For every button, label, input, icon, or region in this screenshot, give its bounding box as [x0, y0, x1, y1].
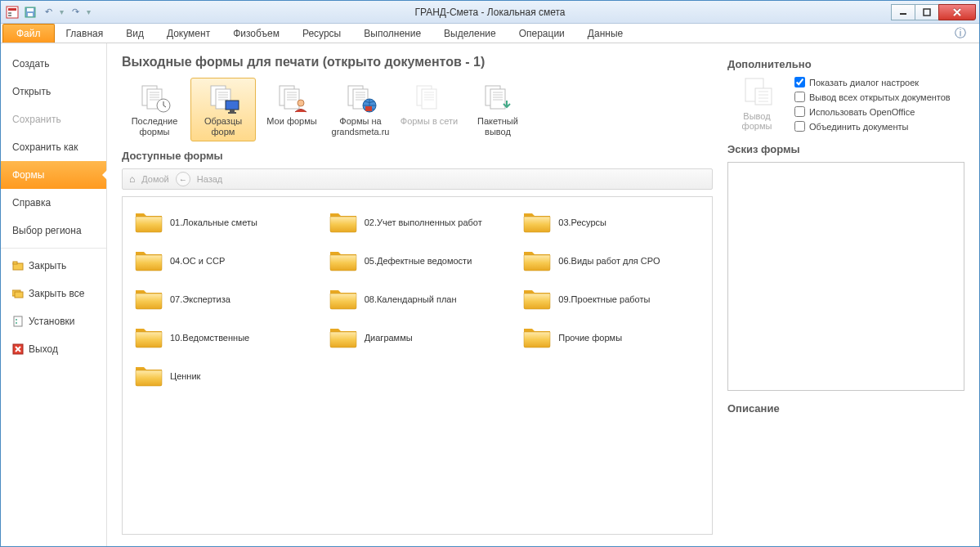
- svg-rect-13: [14, 316, 22, 326]
- user-icon: [275, 83, 308, 113]
- tab-Вид[interactable]: Вид: [114, 25, 155, 43]
- monitor-icon: [207, 83, 239, 113]
- close-button[interactable]: [938, 4, 976, 20]
- source-card-0[interactable]: Последние формы: [122, 78, 187, 141]
- available-forms-title: Доступные формы: [122, 150, 713, 162]
- folder-icon: [522, 324, 552, 351]
- undo-icon[interactable]: ↶: [42, 6, 55, 19]
- folder-icon: [522, 285, 552, 312]
- sidebar-item-7[interactable]: Закрыть: [1, 252, 106, 280]
- tab-Операции[interactable]: Операции: [508, 25, 576, 43]
- folder-item[interactable]: Прочие формы: [519, 321, 704, 354]
- option-check-2[interactable]: Использовать OpenOffice: [794, 106, 951, 117]
- folder-item[interactable]: 03.Ресурсы: [519, 205, 704, 239]
- folder-item[interactable]: 02.Учет выполненных работ: [325, 205, 510, 239]
- sidebar-item-2: Сохранить: [1, 105, 106, 133]
- checkbox[interactable]: [794, 92, 805, 102]
- tab-file[interactable]: Файл: [2, 24, 55, 43]
- svg-rect-2: [8, 12, 11, 14]
- folder-item[interactable]: 08.Календарный план: [325, 282, 510, 316]
- breadcrumb-home[interactable]: Домой: [141, 174, 169, 184]
- folder-item[interactable]: 06.Виды работ для СРО: [519, 244, 704, 277]
- folder-icon: [522, 247, 552, 274]
- extra-title: Дополнительно: [727, 58, 964, 70]
- folder-icon: [522, 208, 552, 235]
- center-panel: Выходные формы для печати (открыто докум…: [122, 55, 713, 535]
- page-title: Выходные формы для печати (открыто докум…: [122, 55, 713, 69]
- option-check-3[interactable]: Объединить документы: [794, 121, 951, 132]
- folder-item[interactable]: Ценник: [131, 359, 315, 392]
- folder-item[interactable]: 04.ОС и ССР: [131, 244, 315, 277]
- qat-dropdown-icon[interactable]: ▾: [60, 7, 64, 16]
- home-icon[interactable]: ⌂: [129, 173, 135, 185]
- tab-Выделение[interactable]: Выделение: [432, 25, 508, 43]
- folder-item[interactable]: 05.Дефектные ведомости: [325, 244, 510, 277]
- help-icon[interactable]: ⓘ: [950, 25, 971, 43]
- preview-title: Эскиз формы: [727, 143, 964, 155]
- back-icon[interactable]: ←: [176, 172, 190, 186]
- folders-icon: [12, 288, 24, 299]
- maximize-button[interactable]: [915, 4, 939, 20]
- description-title: Описание: [727, 402, 964, 415]
- tab-Выполнение[interactable]: Выполнение: [352, 25, 432, 43]
- folder-item[interactable]: Диаграммы: [325, 321, 510, 354]
- folder-icon: [134, 285, 163, 312]
- folder-item[interactable]: 07.Экспертиза: [131, 282, 315, 316]
- svg-point-27: [298, 100, 304, 106]
- sidebar-item-6[interactable]: Выбор региона: [1, 217, 106, 244]
- breadcrumb-back[interactable]: Назад: [197, 174, 223, 184]
- tab-Данные[interactable]: Данные: [576, 25, 634, 43]
- qat-customize-icon[interactable]: ▾: [87, 7, 91, 16]
- tab-Документ[interactable]: Документ: [155, 25, 222, 43]
- tab-Физобъем[interactable]: Физобъем: [222, 25, 291, 43]
- backstage-main: Выходные формы для печати (открыто докум…: [107, 43, 979, 546]
- folder-item[interactable]: 01.Локальные сметы: [131, 205, 315, 239]
- folder-item[interactable]: 09.Проектные работы: [519, 282, 704, 316]
- source-card-3[interactable]: Формы на grandsmeta.ru: [328, 78, 393, 141]
- source-card-5[interactable]: Пакетный вывод: [465, 78, 530, 141]
- gear-icon: [12, 316, 24, 327]
- folder-icon: [329, 247, 358, 274]
- svg-rect-7: [900, 13, 906, 15]
- svg-point-14: [16, 319, 17, 321]
- save-icon[interactable]: [24, 6, 37, 19]
- minimize-button[interactable]: [891, 4, 915, 20]
- folder-icon: [134, 324, 163, 351]
- sidebar-item-4[interactable]: Формы: [1, 161, 106, 189]
- redo-icon[interactable]: ↷: [69, 6, 82, 19]
- folder-icon: [329, 324, 358, 351]
- tab-Ресурсы[interactable]: Ресурсы: [291, 25, 352, 43]
- folder-icon: [134, 247, 163, 274]
- batch-icon: [481, 83, 514, 113]
- checkbox[interactable]: [794, 106, 805, 117]
- window-title: ГРАНД-Смета - Локальная смета: [1, 7, 979, 18]
- folder-icon: [329, 285, 358, 312]
- source-card-2[interactable]: Мои формы: [259, 78, 324, 141]
- sidebar-item-1[interactable]: Открыть: [1, 78, 106, 105]
- checkbox[interactable]: [794, 77, 805, 87]
- tab-Главная[interactable]: Главная: [55, 25, 115, 43]
- sidebar-item-5[interactable]: Справка: [1, 189, 106, 217]
- exit-icon: [12, 343, 24, 355]
- form-preview: [727, 162, 964, 391]
- quick-access-toolbar: ↶ ▾ ↷ ▾: [1, 6, 96, 19]
- sidebar-item-9[interactable]: Установки: [1, 307, 106, 335]
- checkbox[interactable]: [794, 121, 805, 132]
- svg-rect-1: [8, 8, 16, 11]
- folder-icon: [329, 208, 358, 235]
- svg-point-15: [16, 322, 17, 324]
- window-controls: [892, 4, 976, 20]
- sidebar-item-8[interactable]: Закрыть все: [1, 280, 106, 307]
- sidebar-item-0[interactable]: Создать: [1, 50, 106, 78]
- app-icon: [6, 6, 19, 19]
- option-check-0[interactable]: Показать диалог настроек: [794, 77, 951, 87]
- sidebar-item-10[interactable]: Выход: [1, 335, 106, 363]
- folder-icon: [12, 260, 24, 271]
- option-check-1[interactable]: Вывод всех открытых документов: [794, 92, 951, 102]
- app-window: ↶ ▾ ↷ ▾ ГРАНД-Смета - Локальная смета Фа…: [0, 0, 980, 547]
- svg-rect-10: [13, 262, 17, 264]
- folder-item[interactable]: 10.Ведомственные: [131, 321, 315, 354]
- source-card-1[interactable]: Образцы форм: [190, 78, 256, 141]
- sidebar-item-3[interactable]: Сохранить как: [1, 133, 106, 161]
- svg-rect-12: [15, 292, 23, 298]
